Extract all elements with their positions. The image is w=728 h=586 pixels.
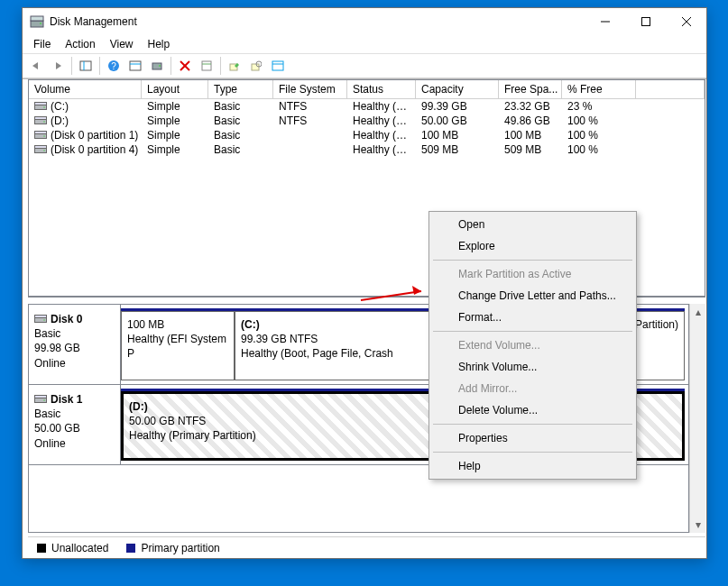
svg-point-26: [43, 106, 45, 108]
ctx-explore[interactable]: Explore: [431, 235, 634, 257]
action-button-2[interactable]: [246, 56, 266, 76]
svg-point-29: [43, 121, 45, 123]
show-hide-tree-button[interactable]: [76, 56, 96, 76]
svg-rect-17: [202, 61, 211, 70]
col-volume[interactable]: Volume: [29, 80, 142, 98]
svg-rect-4: [641, 18, 650, 26]
back-button[interactable]: [26, 56, 46, 76]
svg-rect-1: [31, 16, 43, 21]
col-type[interactable]: Type: [208, 80, 273, 98]
svg-rect-34: [35, 146, 47, 149]
svg-text:?: ?: [111, 61, 116, 71]
col-fs[interactable]: File System: [273, 80, 347, 98]
menu-view[interactable]: View: [103, 36, 141, 52]
legend-primary: Primary partition: [141, 542, 219, 554]
maximize-button[interactable]: [625, 8, 666, 35]
volume-row[interactable]: (Disk 0 partition 4)SimpleBasicHealthy (…: [29, 142, 705, 157]
svg-point-35: [43, 150, 45, 151]
ctx-open[interactable]: Open: [431, 214, 634, 235]
partition[interactable]: 100 MBHealthy (EFI System P: [121, 311, 235, 380]
col-capacity[interactable]: Capacity: [416, 80, 499, 98]
svg-rect-0: [31, 21, 43, 27]
ctx-help[interactable]: Help: [431, 455, 634, 477]
action-button-1[interactable]: [225, 56, 244, 76]
volume-row[interactable]: (D:)SimpleBasicNTFSHealthy (P...50.00 GB…: [29, 114, 705, 128]
ctx-shrink[interactable]: Shrink Volume...: [431, 356, 634, 378]
svg-rect-22: [272, 61, 283, 70]
scrollbar[interactable]: ▴ ▾: [689, 304, 705, 533]
window-title: Disk Management: [50, 15, 585, 28]
col-layout[interactable]: Layout: [142, 80, 208, 98]
menu-file[interactable]: File: [26, 36, 58, 52]
svg-rect-7: [80, 61, 91, 70]
forward-button[interactable]: [48, 56, 68, 76]
svg-point-41: [43, 399, 45, 401]
col-status[interactable]: Status: [347, 80, 416, 98]
ctx-properties[interactable]: Properties: [431, 427, 634, 449]
app-icon: [30, 14, 44, 29]
svg-point-38: [43, 319, 45, 321]
close-button[interactable]: [666, 8, 706, 35]
volume-list-header: Volume Layout Type File System Status Ca…: [29, 80, 705, 99]
ctx-extend: Extend Volume...: [431, 334, 634, 356]
primary-swatch: [126, 544, 135, 553]
action-button-3[interactable]: [268, 56, 288, 76]
volume-row[interactable]: (C:)SimpleBasicNTFSHealthy (B...99.39 GB…: [29, 99, 705, 114]
refresh-button[interactable]: [147, 56, 167, 76]
settings-button[interactable]: [125, 56, 145, 76]
menubar: File Action View Help: [23, 35, 706, 53]
svg-rect-11: [130, 61, 141, 70]
legend: Unallocated Primary partition: [28, 536, 705, 558]
ctx-mirror: Add Mirror...: [431, 378, 634, 399]
volume-row[interactable]: (Disk 0 partition 1)SimpleBasicHealthy (…: [29, 128, 705, 142]
toolbar: ?: [23, 53, 706, 78]
ctx-change-drive-letter[interactable]: Change Drive Letter and Paths...: [431, 285, 634, 307]
svg-point-32: [43, 135, 45, 137]
scroll-up-icon[interactable]: ▴: [690, 304, 705, 320]
menu-action[interactable]: Action: [58, 36, 102, 52]
svg-point-2: [40, 23, 41, 24]
svg-rect-40: [35, 396, 47, 398]
col-free[interactable]: Free Spa...: [499, 80, 562, 98]
svg-point-14: [159, 65, 161, 67]
svg-rect-20: [252, 64, 259, 70]
col-pctfree[interactable]: % Free: [562, 80, 636, 98]
ctx-mark-active: Mark Partition as Active: [431, 263, 634, 285]
ctx-format[interactable]: Format...: [431, 307, 634, 328]
delete-button[interactable]: [175, 56, 195, 76]
titlebar: Disk Management: [23, 8, 706, 35]
menu-help[interactable]: Help: [141, 36, 178, 52]
svg-rect-37: [35, 316, 47, 318]
scroll-down-icon[interactable]: ▾: [690, 517, 705, 533]
svg-rect-31: [35, 132, 47, 134]
legend-unallocated: Unallocated: [51, 542, 108, 554]
help-button[interactable]: ?: [104, 56, 124, 76]
ctx-delete[interactable]: Delete Volume...: [431, 399, 634, 421]
svg-rect-28: [35, 117, 47, 120]
context-menu: Open Explore Mark Partition as Active Ch…: [429, 211, 637, 480]
minimize-button[interactable]: [585, 8, 625, 35]
properties-button[interactable]: [197, 56, 217, 76]
svg-rect-25: [35, 103, 47, 105]
unallocated-swatch: [37, 544, 46, 553]
